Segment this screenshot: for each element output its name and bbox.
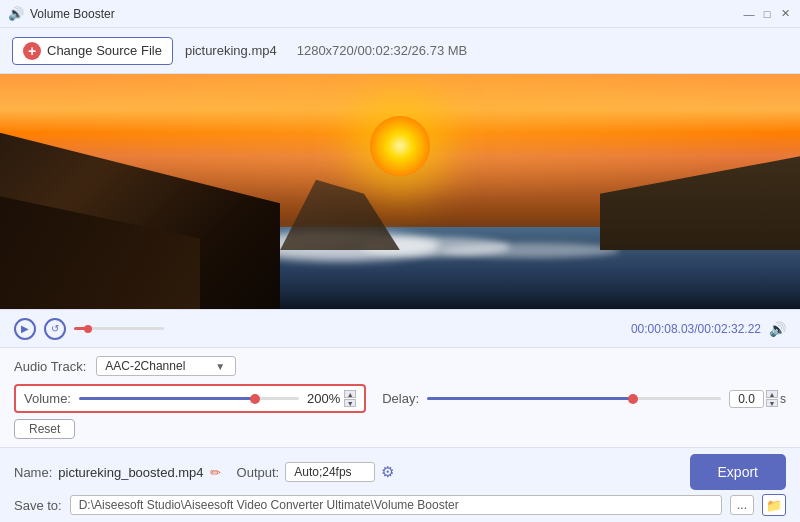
volume-value-box: 200% ▲ ▼	[307, 390, 356, 407]
delay-increase-button[interactable]: ▲	[766, 390, 778, 398]
progress-track[interactable]	[74, 327, 164, 330]
edit-icon[interactable]: ✏	[210, 465, 221, 480]
controls-bar: ▶ ↺ 00:00:08.03/00:02:32.22 🔊	[0, 309, 800, 347]
gear-icon[interactable]: ⚙	[381, 463, 394, 481]
name-field: Name: pictureking_boosted.mp4 ✏	[14, 465, 221, 480]
delay-decrease-button[interactable]: ▼	[766, 399, 778, 407]
save-to-row: Save to: D:\Aiseesoft Studio\Aiseesoft V…	[14, 494, 786, 516]
change-source-button[interactable]: + Change Source File	[12, 37, 173, 65]
volume-control: Volume: 200% ▲ ▼	[14, 384, 366, 413]
controls-left: ▶ ↺	[14, 318, 164, 340]
volume-increase-button[interactable]: ▲	[344, 390, 356, 398]
output-label: Output:	[237, 465, 280, 480]
volume-speaker-icon[interactable]: 🔊	[769, 321, 786, 337]
play-button[interactable]: ▶	[14, 318, 36, 340]
save-to-label: Save to:	[14, 498, 62, 513]
bottom-panel: Name: pictureking_boosted.mp4 ✏ Output: …	[0, 447, 800, 522]
audio-track-select[interactable]: AAC-2Channel ▼	[96, 356, 236, 376]
name-value: pictureking_boosted.mp4	[58, 465, 203, 480]
video-scene	[0, 74, 800, 309]
title-bar-title: Volume Booster	[30, 7, 115, 21]
title-bar: 🔊 Volume Booster — □ ✕	[0, 0, 800, 28]
audio-track-value: AAC-2Channel	[105, 359, 185, 373]
delay-slider-thumb[interactable]	[628, 394, 638, 404]
volume-value: 200%	[307, 391, 340, 406]
delay-control: Delay: 0.0 ▲ ▼ s	[382, 390, 786, 408]
loop-button[interactable]: ↺	[44, 318, 66, 340]
top-toolbar: + Change Source File pictureking.mp4 128…	[0, 28, 800, 74]
maximize-button[interactable]: □	[760, 7, 774, 21]
dropdown-arrow-icon: ▼	[215, 361, 225, 372]
controls-right: 00:00:08.03/00:02:32.22 🔊	[631, 321, 786, 337]
close-button[interactable]: ✕	[778, 7, 792, 21]
title-bar-controls: — □ ✕	[742, 7, 792, 21]
time-display: 00:00:08.03/00:02:32.22	[631, 322, 761, 336]
settings-panel: Audio Track: AAC-2Channel ▼ Volume: 200%…	[0, 347, 800, 447]
browse-button[interactable]: ...	[730, 495, 754, 515]
audio-track-label: Audio Track:	[14, 359, 86, 374]
video-preview	[0, 74, 800, 309]
save-path: D:\Aiseesoft Studio\Aiseesoft Video Conv…	[70, 495, 722, 515]
export-button[interactable]: Export	[690, 454, 786, 490]
volume-slider[interactable]	[79, 397, 299, 400]
bottom-row-main: Name: pictureking_boosted.mp4 ✏ Output: …	[14, 454, 786, 490]
name-output-row: Name: pictureking_boosted.mp4 ✏ Output: …	[14, 462, 682, 482]
reset-button[interactable]: Reset	[14, 419, 75, 439]
sun	[370, 116, 430, 176]
delay-unit: s	[780, 392, 786, 406]
add-icon: +	[23, 42, 41, 60]
output-field: Output: Auto;24fps ⚙	[237, 462, 395, 482]
volume-delay-row: Volume: 200% ▲ ▼ Delay:	[14, 384, 786, 413]
delay-label: Delay:	[382, 391, 419, 406]
file-meta: 1280x720/00:02:32/26.73 MB	[297, 43, 468, 58]
delay-value-box: 0.0 ▲ ▼ s	[729, 390, 786, 408]
progress-thumb	[84, 325, 92, 333]
delay-slider[interactable]	[427, 397, 721, 400]
volume-spinners: ▲ ▼	[344, 390, 356, 407]
title-bar-left: 🔊 Volume Booster	[8, 6, 115, 22]
output-value: Auto;24fps	[285, 462, 375, 482]
minimize-button[interactable]: —	[742, 7, 756, 21]
audio-track-row: Audio Track: AAC-2Channel ▼	[14, 356, 786, 376]
change-source-label: Change Source File	[47, 43, 162, 58]
folder-icon: 📁	[766, 498, 782, 513]
name-label: Name:	[14, 465, 52, 480]
volume-decrease-button[interactable]: ▼	[344, 399, 356, 407]
app-icon: 🔊	[8, 6, 24, 22]
reset-row: Reset	[14, 419, 786, 439]
file-info: pictureking.mp4 1280x720/00:02:32/26.73 …	[185, 43, 467, 58]
file-name: pictureking.mp4	[185, 43, 277, 58]
delay-input[interactable]: 0.0	[729, 390, 764, 408]
open-folder-button[interactable]: 📁	[762, 494, 786, 516]
main-container: + Change Source File pictureking.mp4 128…	[0, 28, 800, 522]
volume-slider-thumb[interactable]	[250, 394, 260, 404]
delay-spinners: ▲ ▼	[766, 390, 778, 407]
volume-label: Volume:	[24, 391, 71, 406]
